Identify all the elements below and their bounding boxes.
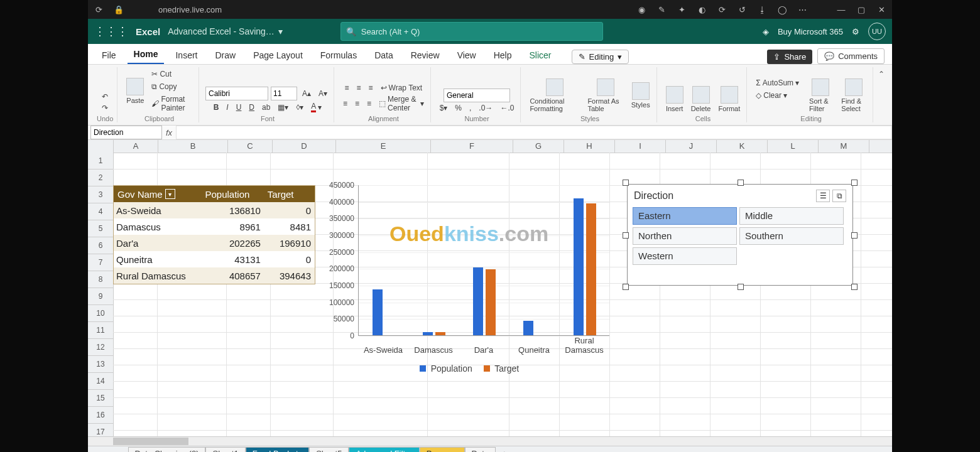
column-header[interactable]: L — [768, 140, 819, 153]
slicer-option[interactable]: Southern — [739, 227, 844, 245]
bold-button[interactable]: B — [211, 102, 222, 113]
row-header[interactable]: 7 — [88, 254, 113, 271]
strike-button[interactable]: ab — [259, 102, 273, 113]
column-header[interactable]: F — [431, 140, 513, 153]
align-right[interactable]: ≡ — [364, 98, 374, 109]
address-url[interactable]: onedrive.live.com — [158, 5, 222, 14]
table-row[interactable]: Rural Damascus408657394643 — [114, 267, 315, 284]
autosum-button[interactable]: Σ AutoSum▾ — [753, 77, 802, 89]
table-row[interactable]: Quneitra431310 — [114, 251, 315, 267]
wrap-text-button[interactable]: ↩ Wrap Text — [378, 82, 425, 94]
row-header[interactable]: 2 — [88, 170, 113, 186]
tab-draw[interactable]: Draw — [209, 46, 242, 64]
tab-page-layout[interactable]: Page Layout — [247, 46, 309, 64]
row-header[interactable]: 6 — [88, 237, 113, 254]
row-header[interactable]: 1 — [88, 153, 113, 170]
column-header[interactable]: J — [666, 140, 717, 153]
row-header[interactable]: 14 — [88, 373, 113, 390]
number-format-select[interactable] — [444, 89, 510, 102]
sheet-tab-sheet1[interactable]: Sheet1 — [205, 447, 245, 452]
ext-icon-2[interactable]: ✎ — [656, 4, 667, 15]
format-painter-button[interactable]: 🖌 Format Painter — [149, 94, 195, 114]
underline-button[interactable]: U — [234, 102, 244, 113]
tab-formulas[interactable]: Formulas — [314, 46, 363, 64]
row-header[interactable]: 8 — [88, 271, 113, 288]
ext-icon-1[interactable]: ◉ — [636, 4, 647, 15]
currency-button[interactable]: $▾ — [437, 102, 450, 114]
double-underline-button[interactable]: D — [246, 102, 257, 113]
font-name-select[interactable] — [205, 87, 268, 100]
cut-button[interactable]: ✂ Cut — [149, 68, 195, 80]
clear-button[interactable]: ◇ Clear▾ — [753, 90, 802, 101]
borders-button[interactable]: ▦▾ — [275, 102, 291, 113]
font-size-select[interactable] — [271, 87, 297, 100]
row-header[interactable]: 15 — [88, 390, 113, 407]
comma-button[interactable]: , — [467, 102, 474, 114]
tab-home[interactable]: Home — [128, 45, 165, 64]
decrease-font-button[interactable]: A▾ — [316, 88, 330, 99]
find-select-button[interactable]: Find & Select — [839, 77, 869, 114]
row-header[interactable]: 12 — [88, 339, 113, 356]
slicer-direction[interactable]: Direction ☰ ⧉ EasternMiddleNorthenSouthe… — [627, 184, 853, 286]
column-header[interactable]: E — [336, 140, 431, 153]
font-color-button[interactable]: A▾ — [308, 100, 324, 114]
download-icon[interactable]: ⭳ — [756, 4, 768, 15]
reload-icon[interactable]: ⟳ — [716, 4, 727, 15]
increase-font-button[interactable]: A▴ — [300, 88, 313, 99]
new-sheet-button[interactable]: + — [496, 449, 513, 453]
copy-button[interactable]: ⧉ Copy — [149, 81, 195, 92]
row-header[interactable]: 11 — [88, 322, 113, 339]
sheet-tab-program[interactable]: Program — [420, 447, 465, 452]
profile-icon[interactable]: ◯ — [776, 4, 788, 15]
more-icon[interactable]: ⋯ — [797, 4, 808, 15]
slicer-option[interactable]: Eastern — [633, 207, 737, 225]
tab-file[interactable]: File — [95, 46, 122, 64]
table-header-name[interactable]: Gov Name ▾ — [114, 189, 201, 200]
table-row[interactable]: As-Sweida1368100 — [114, 202, 315, 218]
global-search[interactable]: 🔍 Search (Alt + Q) — [340, 22, 603, 41]
row-header[interactable]: 13 — [88, 356, 113, 373]
document-name[interactable]: Advanced Excel - Saving… ▾ — [168, 26, 283, 36]
align-middle[interactable]: ≡ — [354, 82, 364, 94]
conditional-formatting-button[interactable]: Conditional Formatting — [527, 77, 582, 114]
fill-color-button[interactable]: ◊▾ — [293, 102, 306, 113]
column-header[interactable]: A — [114, 140, 158, 153]
window-maximize[interactable]: ▢ — [856, 4, 867, 15]
table-row[interactable]: Dar'a202265196910 — [114, 235, 315, 251]
data-table[interactable]: Gov Name ▾ Population Target As-Sweida13… — [113, 185, 315, 284]
column-header[interactable]: M — [819, 140, 869, 153]
bar-chart[interactable]: Population Target 0500001000001500002000… — [320, 185, 609, 374]
window-close[interactable]: ✕ — [876, 4, 887, 15]
column-headers[interactable]: ABCDEFGHIJKLM — [88, 140, 892, 153]
column-header[interactable]: B — [158, 140, 228, 153]
spreadsheet-grid[interactable]: ABCDEFGHIJKLM 1234567891011121314151617 … — [88, 140, 892, 436]
tab-slicer[interactable]: Slicer — [523, 46, 558, 64]
slicer-option[interactable]: Middle — [739, 207, 844, 225]
sheet-tab-data-cleaning[interactable]: Data Cleaning (2) — [128, 447, 206, 452]
align-bottom[interactable]: ≡ — [366, 82, 376, 94]
italic-button[interactable]: I — [224, 102, 231, 113]
chevron-down-icon[interactable]: ▾ — [278, 26, 283, 36]
row-header[interactable]: 16 — [88, 407, 113, 424]
row-header[interactable]: 4 — [88, 203, 113, 220]
avatar[interactable]: UU — [868, 23, 886, 40]
share-button[interactable]: ⇪ Share — [767, 50, 812, 64]
sheet-tab-advanced-filter[interactable]: Advanced Filter — [349, 447, 419, 452]
filter-icon[interactable]: ▾ — [165, 189, 175, 199]
fx-icon[interactable]: fx — [162, 128, 176, 137]
row-headers[interactable]: 1234567891011121314151617 — [88, 153, 114, 436]
cells-format-button[interactable]: Format — [716, 85, 743, 114]
cell-styles-button[interactable]: Styles — [629, 81, 653, 110]
inc-decimal-button[interactable]: .0→ — [476, 102, 495, 114]
column-header[interactable]: H — [564, 140, 615, 153]
column-header[interactable]: C — [228, 140, 273, 153]
app-launcher-icon[interactable]: ⋮⋮⋮ — [94, 24, 128, 38]
formula-bar[interactable] — [176, 126, 892, 139]
align-left[interactable]: ≡ — [340, 98, 350, 109]
slicer-clear-filter-icon[interactable]: ⧉ — [832, 190, 846, 202]
window-minimize[interactable]: — — [836, 4, 847, 15]
undo-button[interactable]: ↶ — [99, 91, 111, 102]
buy-link[interactable]: Buy Microsoft 365 — [778, 27, 843, 36]
align-center[interactable]: ≡ — [352, 98, 362, 109]
ext-icon-3[interactable]: ✦ — [676, 4, 687, 15]
